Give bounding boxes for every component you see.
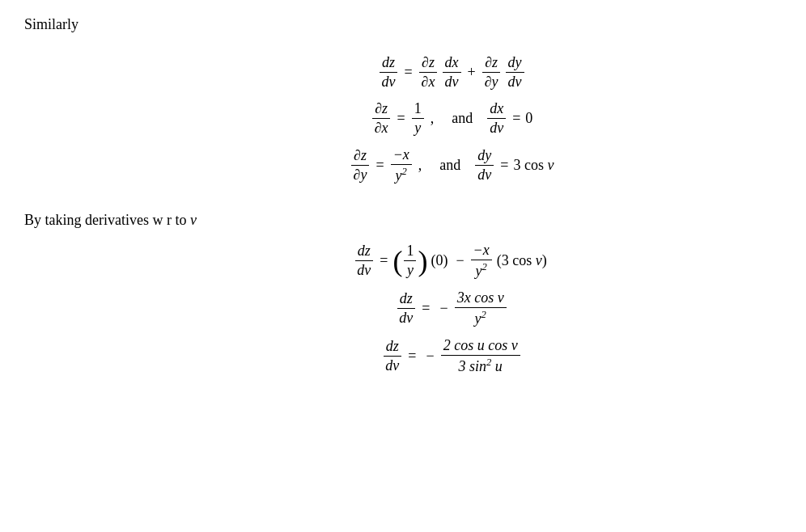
dz-dv-lhs: dz dv [354, 243, 373, 279]
neg-x-over-y2: −x y2 [391, 146, 412, 184]
dz-dv-frac: dz dv [379, 54, 397, 91]
dz-dv-lhs2: dz dv [397, 290, 415, 327]
similarly-text: Similarly [24, 16, 782, 33]
neg-x-over-y2-2: −x y2 [471, 242, 492, 280]
dy-dv-rhs2: dy dv [475, 147, 494, 184]
page-content: Similarly dz dv = ∂z ∂x dx dv + ∂z ∂y [24, 16, 782, 380]
dz-dv-lhs3: dz dv [383, 338, 401, 374]
first-math-block: dz dv = ∂z ∂x dx dv + ∂z ∂y dy dv [121, 49, 782, 189]
by-taking-derivatives-text: By taking derivatives w r to v [24, 212, 782, 229]
one-over-y: 1 y [412, 100, 424, 137]
pz-px-value-row: ∂z ∂x = 1 y , and dx dv = 0 [371, 100, 533, 137]
one-over-y-2: 1 y [404, 243, 416, 279]
2cosu-cosv-over-3sin2u: 2 cos u cos v 3 sin2 u [441, 337, 520, 375]
pz-py-value-row: ∂z ∂y = −x y2 , and dy dv = 3 cos v [350, 146, 554, 184]
dx-dv-frac: dx dv [443, 54, 461, 91]
dx-dv-rhs: dx dv [487, 100, 506, 137]
pz-py-lhs: ∂z ∂y [351, 147, 370, 184]
pz-px-frac: ∂z ∂x [419, 54, 438, 91]
chain-rule-v-row: dz dv = ∂z ∂x dx dv + ∂z ∂y dy dv [377, 54, 525, 91]
final-row: dz dv = − 2 cos u cos v 3 sin2 u [381, 337, 521, 375]
dy-dv-frac: dy dv [506, 54, 524, 91]
second-math-block: dz dv = ( 1 y ) (0) − −x y2 (3 cos v) dz… [121, 237, 782, 380]
pz-px-lhs: ∂z ∂x [372, 100, 391, 137]
substitution-row: dz dv = ( 1 y ) (0) − −x y2 (3 cos v) [353, 242, 549, 280]
pz-py-frac: ∂z ∂y [482, 54, 501, 91]
simplified-row: dz dv = − 3x cos v y2 [395, 289, 507, 327]
3x-cosv-over-y2: 3x cos v y2 [455, 289, 507, 327]
